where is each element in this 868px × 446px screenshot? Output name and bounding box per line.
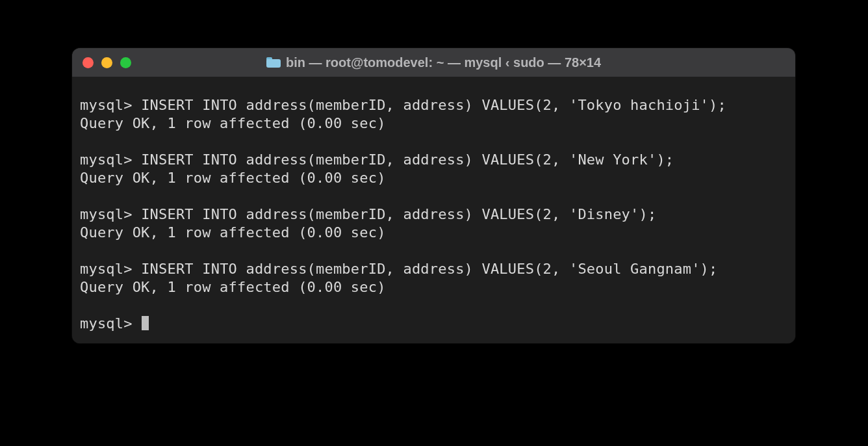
terminal-window: bin — root@tomodevel: ~ — mysql ‹ sudo —…: [72, 48, 795, 343]
terminal-line: Query OK, 1 row affected (0.00 sec): [80, 224, 787, 242]
terminal-prompt-line[interactable]: mysql>: [80, 315, 787, 333]
prompt: mysql>: [80, 206, 141, 222]
terminal-line: Query OK, 1 row affected (0.00 sec): [80, 169, 787, 187]
command-text: INSERT INTO address(memberID, address) V…: [141, 97, 726, 113]
title-wrap: bin — root@tomodevel: ~ — mysql ‹ sudo —…: [72, 55, 795, 70]
command-text: INSERT INTO address(memberID, address) V…: [141, 261, 717, 277]
cursor: [142, 316, 149, 330]
prompt: mysql>: [80, 151, 141, 168]
prompt: mysql>: [80, 315, 141, 332]
terminal-line-blank: [80, 133, 787, 151]
minimize-button[interactable]: [101, 57, 112, 68]
terminal-line: mysql> INSERT INTO address(memberID, add…: [80, 151, 787, 169]
terminal-line: mysql> INSERT INTO address(memberID, add…: [80, 96, 787, 114]
titlebar[interactable]: bin — root@tomodevel: ~ — mysql ‹ sudo —…: [72, 48, 795, 77]
terminal-body[interactable]: mysql> INSERT INTO address(memberID, add…: [72, 77, 795, 343]
terminal-line: Query OK, 1 row affected (0.00 sec): [80, 278, 787, 296]
prompt: mysql>: [80, 261, 141, 277]
command-text: INSERT INTO address(memberID, address) V…: [141, 206, 656, 222]
window-title: bin — root@tomodevel: ~ — mysql ‹ sudo —…: [286, 55, 601, 70]
terminal-line-blank: [80, 242, 787, 260]
terminal-line: mysql> INSERT INTO address(memberID, add…: [80, 205, 787, 224]
maximize-button[interactable]: [120, 57, 131, 68]
terminal-line-blank: [80, 187, 787, 205]
prompt: mysql>: [80, 97, 141, 113]
command-text: INSERT INTO address(memberID, address) V…: [141, 151, 674, 168]
close-button[interactable]: [83, 57, 94, 68]
terminal-line-blank: [80, 296, 787, 315]
terminal-line: mysql> INSERT INTO address(memberID, add…: [80, 260, 787, 278]
terminal-line: Query OK, 1 row affected (0.00 sec): [80, 114, 787, 133]
folder-icon: [266, 57, 281, 68]
traffic-lights: [83, 57, 131, 68]
